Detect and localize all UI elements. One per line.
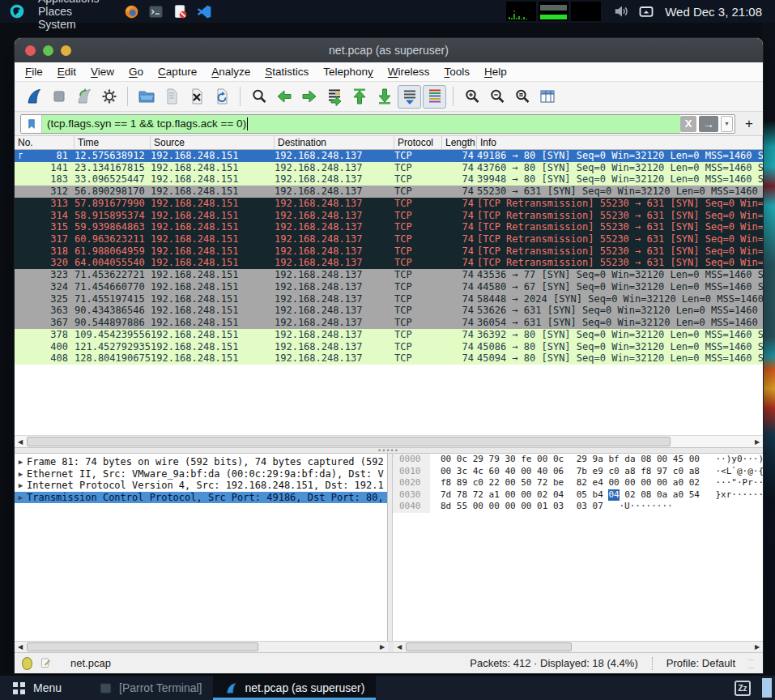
bytes-hscrollbar[interactable]: ◀ ▶ — [394, 642, 763, 652]
packet-row[interactable]: 31559.939864863192.168.248.151192.168.24… — [15, 221, 763, 233]
taskbar-menu-button[interactable]: Menu — [0, 676, 75, 700]
hex-byte[interactable]: e9 — [593, 466, 603, 478]
cpu-monitor-applet[interactable] — [506, 2, 536, 21]
capture-options-button[interactable] — [97, 85, 121, 109]
terminal-icon[interactable] — [147, 2, 165, 20]
scrollbar-thumb[interactable] — [406, 642, 572, 651]
hex-row[interactable]: 00307d7872a10000020405b40402080aa054}xr·… — [393, 489, 763, 502]
hex-byte[interactable]: bf — [608, 454, 619, 466]
hex-byte[interactable]: 00 — [521, 466, 531, 478]
hex-byte[interactable]: 00 — [537, 454, 547, 466]
column-header-info[interactable]: Info — [477, 136, 763, 149]
hex-byte[interactable]: 08 — [641, 489, 651, 502]
display-filter-input[interactable]: (tcp.flags.syn == 1 && tcp.flags.ack == … — [42, 115, 680, 133]
hex-byte[interactable]: 40 — [505, 466, 515, 478]
save-file-button[interactable] — [160, 85, 183, 109]
column-header-time[interactable]: Time — [75, 136, 151, 149]
hex-byte[interactable]: 00 — [657, 477, 667, 489]
hex-byte[interactable]: 00 — [489, 501, 500, 513]
scrollbar-thumb[interactable] — [27, 437, 671, 446]
scroll-left-arrow[interactable]: ◀ — [394, 642, 405, 652]
hex-byte[interactable]: 00 — [505, 489, 515, 502]
hex-byte[interactable]: 07 — [593, 501, 603, 513]
hex-byte[interactable]: be — [553, 477, 564, 489]
hex-byte[interactable]: 89 — [457, 477, 467, 489]
parrot-logo-icon[interactable] — [8, 2, 26, 20]
hex-byte[interactable]: c0 — [673, 466, 683, 478]
hex-byte[interactable]: 00 — [608, 477, 619, 489]
hex-byte[interactable]: 04 — [553, 489, 564, 502]
packet-row[interactable]: 36790.544897886192.168.248.151192.168.24… — [15, 317, 763, 329]
hex-byte[interactable]: 4c — [473, 466, 483, 478]
packet-row[interactable]: 31760.963623211192.168.248.151192.168.24… — [15, 233, 763, 245]
hex-byte[interactable]: 00 — [521, 489, 531, 502]
column-header-destination[interactable]: Destination — [275, 136, 394, 149]
volume-icon[interactable] — [613, 2, 631, 20]
hex-byte[interactable]: 30 — [505, 454, 515, 466]
expand-triangle-icon[interactable]: ▶ — [15, 480, 27, 492]
maximize-window-button[interactable] — [61, 45, 71, 56]
column-header-length[interactable]: Length — [442, 136, 477, 149]
hex-byte[interactable]: 00 — [521, 501, 531, 513]
hex-byte[interactable]: 22 — [489, 477, 500, 489]
detail-row[interactable]: ▶Internet Protocol Version 4, Src: 192.1… — [15, 480, 387, 492]
packet-row[interactable]: 31458.915895374192.168.248.151192.168.24… — [15, 210, 763, 222]
hex-byte[interactable]: fe — [521, 454, 531, 466]
scroll-left-arrow[interactable]: ◀ — [15, 436, 26, 447]
packet-row[interactable]: 14123.134167815192.168.248.151192.168.24… — [15, 162, 763, 174]
hex-byte[interactable]: a8 — [689, 466, 700, 478]
hex-byte[interactable]: 78 — [457, 489, 467, 502]
hex-byte[interactable]: 0a — [657, 489, 667, 502]
hex-byte[interactable]: 00 — [624, 477, 635, 489]
hex-byte[interactable]: a1 — [489, 489, 500, 502]
scroll-right-arrow[interactable]: ▶ — [377, 642, 388, 652]
display-icon[interactable] — [637, 2, 655, 20]
packet-list-hscrollbar[interactable]: ◀ ▶ — [15, 435, 763, 447]
colorize-button[interactable] — [423, 85, 446, 109]
hex-row[interactable]: 00408d550000000001030307·U········ — [393, 501, 763, 513]
packet-row[interactable]: 32371.453622721192.168.248.151192.168.24… — [15, 269, 763, 281]
firefox-icon[interactable] — [123, 2, 141, 20]
packet-row[interactable]: 81┌12.575638912192.168.248.151192.168.24… — [15, 150, 763, 162]
scroll-left-arrow[interactable]: ◀ — [15, 642, 26, 652]
hex-row[interactable]: 0020f889c022005072be82e400000000a002···"… — [393, 477, 763, 489]
hex-byte[interactable]: f8 — [641, 466, 651, 478]
stop-capture-button[interactable] — [47, 85, 70, 109]
expand-triangle-icon[interactable]: ▶ — [15, 492, 27, 504]
hex-byte[interactable]: 05 — [577, 489, 587, 502]
panel-menu-system[interactable]: System — [29, 18, 109, 31]
hex-byte[interactable]: a0 — [673, 477, 683, 489]
auto-scroll-button[interactable] — [398, 85, 421, 109]
hex-byte[interactable]: 00 — [441, 466, 451, 478]
hex-byte[interactable]: 60 — [489, 466, 500, 478]
hex-byte[interactable]: 00 — [641, 477, 651, 489]
column-header-source[interactable]: Source — [151, 136, 275, 149]
show-desktop-button[interactable] — [762, 678, 772, 698]
task-wireshark[interactable]: net.pcap (as superuser) — [213, 676, 376, 700]
packet-row[interactable]: 36390.434386546192.168.248.151192.168.24… — [15, 305, 763, 317]
close-window-button[interactable] — [25, 45, 36, 56]
hex-byte[interactable]: 02 — [689, 477, 700, 489]
hex-byte[interactable]: da — [624, 454, 635, 466]
packet-row[interactable]: 32571.455197415192.168.248.151192.168.24… — [15, 293, 763, 305]
pane-splitter[interactable]: ••••• — [15, 447, 763, 454]
next-packet-button[interactable] — [297, 85, 321, 109]
hex-byte[interactable]: e4 — [593, 477, 603, 489]
hex-byte[interactable]: 97 — [657, 466, 667, 478]
resize-columns-button[interactable] — [535, 85, 559, 109]
hex-byte[interactable]: 0c — [457, 454, 467, 466]
filter-clear-button[interactable]: X — [680, 116, 696, 132]
packet-row[interactable]: 400121.452792935192.168.248.151192.168.2… — [15, 341, 763, 353]
menu-help[interactable]: Help — [477, 66, 514, 78]
hex-byte[interactable]: 02 — [537, 489, 547, 502]
menu-edit[interactable]: Edit — [50, 66, 83, 78]
first-packet-button[interactable] — [347, 85, 371, 109]
titlebar[interactable]: net.pcap (as superuser) — [15, 38, 763, 62]
menu-file[interactable]: File — [18, 66, 50, 78]
minimize-window-button[interactable] — [43, 45, 53, 56]
find-packet-button[interactable] — [247, 85, 270, 109]
packet-row[interactable]: 32471.454660770192.168.248.151192.168.24… — [15, 281, 763, 293]
hex-byte[interactable]: 55 — [457, 501, 467, 513]
menu-telephony[interactable]: Telephony — [316, 66, 381, 78]
hex-byte[interactable]: c0 — [473, 477, 483, 489]
